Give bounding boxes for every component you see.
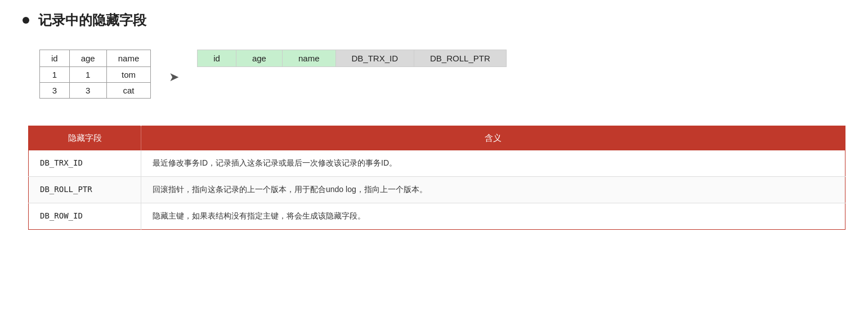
extended-header-age: age bbox=[236, 50, 282, 67]
info-table-row: DB_TRX_ID 最近修改事务ID，记录插入这条记录或最后一次修改该记录的事务… bbox=[29, 150, 845, 177]
extended-header-id: id bbox=[198, 50, 236, 67]
extended-header-roll-ptr: DB_ROLL_PTR bbox=[414, 50, 507, 67]
extended-header-trx-id: DB_TRX_ID bbox=[335, 50, 414, 67]
bullet-dot bbox=[23, 17, 29, 24]
info-table-cell-field: DB_ROLL_PTR bbox=[29, 177, 141, 203]
extended-table: id age name DB_TRX_ID DB_ROLL_PTR bbox=[197, 50, 507, 67]
info-table-cell-meaning: 隐藏主键，如果表结构没有指定主键，将会生成该隐藏字段。 bbox=[141, 203, 845, 230]
extended-header-name: name bbox=[282, 50, 335, 67]
info-table: 隐藏字段 含义 DB_TRX_ID 最近修改事务ID，记录插入这条记录或最后一次… bbox=[28, 126, 845, 230]
cursor-arrow-icon: ➤ bbox=[169, 70, 179, 84]
section-header: 记录中的隐藏字段 bbox=[23, 11, 845, 29]
simple-table-cell: 3 bbox=[40, 83, 70, 99]
simple-table-cell: cat bbox=[106, 83, 151, 99]
info-table-cell-field: DB_ROW_ID bbox=[29, 203, 141, 230]
simple-table-cell: tom bbox=[106, 67, 151, 83]
info-table-header-meaning: 含义 bbox=[141, 126, 845, 151]
tables-row: id age name 1 1 tom 3 3 cat ➤ id age bbox=[23, 50, 845, 99]
simple-table-header-name: name bbox=[106, 50, 151, 67]
info-table-wrapper: 隐藏字段 含义 DB_TRX_ID 最近修改事务ID，记录插入这条记录或最后一次… bbox=[23, 126, 845, 230]
info-table-cell-field: DB_TRX_ID bbox=[29, 150, 141, 177]
section-title: 记录中的隐藏字段 bbox=[38, 11, 146, 29]
simple-table-cell: 1 bbox=[69, 67, 106, 83]
simple-table-header-age: age bbox=[69, 50, 106, 67]
simple-table-header-id: id bbox=[40, 50, 70, 67]
simple-table: id age name 1 1 tom 3 3 cat bbox=[39, 50, 151, 99]
table-row: 3 3 cat bbox=[40, 83, 151, 99]
simple-table-cell: 1 bbox=[40, 67, 70, 83]
info-table-cell-meaning: 最近修改事务ID，记录插入这条记录或最后一次修改该记录的事务ID。 bbox=[141, 150, 845, 177]
info-table-row: DB_ROW_ID 隐藏主键，如果表结构没有指定主键，将会生成该隐藏字段。 bbox=[29, 203, 845, 230]
info-table-header-field: 隐藏字段 bbox=[29, 126, 141, 151]
table-row: 1 1 tom bbox=[40, 67, 151, 83]
simple-table-cell: 3 bbox=[69, 83, 106, 99]
info-table-row: DB_ROLL_PTR 回滚指针，指向这条记录的上一个版本，用于配合undo l… bbox=[29, 177, 845, 203]
info-table-cell-meaning: 回滚指针，指向这条记录的上一个版本，用于配合undo log，指向上一个版本。 bbox=[141, 177, 845, 203]
